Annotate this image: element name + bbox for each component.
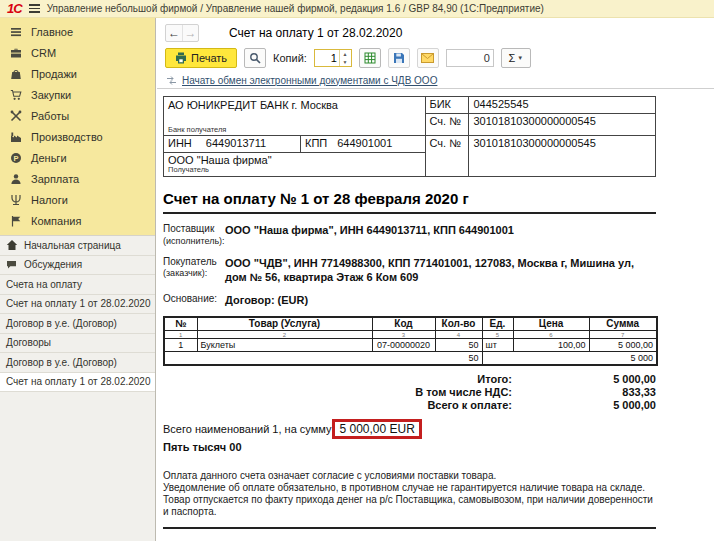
save-button[interactable] [388, 48, 410, 68]
sidebar-item-main[interactable]: Главное [0, 21, 155, 42]
sidebar-item-salary[interactable]: Зарплата [0, 168, 155, 189]
tab-home[interactable]: Начальная страница [0, 236, 155, 256]
totals-block: Итого: 5 000,00 В том числе НДС: 833,33 … [163, 373, 656, 412]
cart-icon [10, 89, 22, 101]
payee-caption: Получатель [168, 165, 209, 174]
kpp-value: 644901001 [337, 137, 392, 151]
col-number: 2 [197, 331, 372, 339]
col-number: 4 [435, 331, 482, 339]
kpp-label: КПП [305, 137, 327, 151]
heading-rule [163, 212, 656, 214]
main-area: ← → Счет на оплату 1 от 28.02.2020 Печат… [157, 18, 714, 541]
sidebar-item-company[interactable]: Компания [0, 210, 155, 231]
tab-discussions[interactable]: Обсуждения [0, 256, 155, 276]
inn-label: ИНН [168, 137, 192, 151]
app-window: 1С Управление небольшой фирмой / Управле… [0, 0, 714, 541]
sidebar-item-label: Компания [31, 215, 81, 227]
sidebar-item-purchases[interactable]: Закупки [0, 84, 155, 105]
copies-stepper[interactable]: ▲ ▼ [314, 49, 352, 67]
open-windows-list: Начальная страница Обсуждения Счета на о… [0, 235, 155, 392]
sidebar-item-label: Работы [31, 110, 69, 122]
footer-sum: 5 000 [482, 352, 657, 365]
invoice-heading: Счет на оплату № 1 от 28 февраля 2020 г [163, 190, 656, 207]
bik-value: 044525545 [469, 97, 655, 113]
floppy-save-icon [393, 52, 405, 64]
counter-field[interactable] [446, 49, 494, 67]
cell-qty: 50 [435, 339, 482, 352]
sidebar-item-label: Главное [31, 26, 73, 38]
account-value-1: 30101810300000000545 [469, 114, 655, 135]
sidebar: Главное CRM Продажи Закупки Работы Произ… [0, 18, 156, 541]
tab-label: Договор в у.е. (Договор) [6, 318, 117, 329]
total-value: 5 000,00 [512, 373, 656, 386]
home-icon [6, 239, 18, 251]
shopping-bag-icon [10, 68, 22, 80]
back-button[interactable]: ← [166, 25, 182, 41]
print-button-label: Печать [191, 52, 227, 64]
tab-invoices-list[interactable]: Счета на оплату [0, 275, 155, 295]
sidebar-item-label: Налоги [31, 194, 68, 206]
sidebar-item-works[interactable]: Работы [0, 105, 155, 126]
tab-contract-cu[interactable]: Договор в у.е. (Договор) [0, 314, 155, 334]
preview-button[interactable] [244, 48, 266, 68]
tab-label: Начальная страница [24, 240, 121, 251]
page-title: Счет на оплату 1 от 28.02.2020 [229, 26, 402, 40]
col-number: 6 [513, 331, 589, 339]
stepper-down-icon[interactable]: ▼ [340, 58, 350, 66]
col-header-sum: Сумма [589, 317, 657, 331]
chevron-down-icon: ▼ [517, 55, 523, 61]
grand-total-value: 5 000,00 [512, 399, 656, 412]
total-label: Итого: [163, 373, 512, 386]
main-menu-icon[interactable] [29, 4, 40, 13]
supplier-sublabel: (исполнитель): [163, 236, 225, 247]
edi-exchange-link[interactable]: Начать обмен электронными документами с … [182, 75, 437, 86]
amount-in-words: Пять тысяч 00 [163, 441, 656, 453]
titlebar: 1С Управление небольшой фирмой / Управле… [0, 0, 714, 18]
cell-sum: 5 000,00 [589, 339, 657, 352]
buyer-value: ООО "ЧДВ", ИНН 7714988300, КПП 771401001… [225, 256, 656, 285]
terms-line: Товар отпускается по факту прихода денег… [163, 494, 656, 518]
menu-icon [10, 26, 22, 38]
tab-contract-cu-2[interactable]: Договор в у.е. (Договор) [0, 353, 155, 373]
briefcase-icon [10, 47, 22, 59]
amount-prefix: Всего наименований 1, на сумму [163, 423, 331, 435]
bank-details-table: АО ЮНИКРЕДИТ БАНК г. Москва Банк получат… [163, 96, 656, 177]
sum-button[interactable]: Σ ▼ [501, 48, 531, 68]
account-value-2: 30101810300000000545 [469, 136, 655, 176]
magnifier-icon [249, 52, 261, 64]
sidebar-item-production[interactable]: Производство [0, 126, 155, 147]
cell-product: Буклеты [197, 339, 372, 352]
tab-label: Счет на оплату 1 от 28.02.2020 [6, 376, 150, 387]
print-button[interactable]: Печать [165, 48, 237, 68]
account-label-2: Сч. № [426, 136, 469, 176]
tab-invoice-print-active[interactable]: Счет на оплату 1 от 28.02.2020 [0, 373, 155, 393]
stepper-up-icon[interactable]: ▲ [340, 50, 350, 58]
signature-rule [163, 527, 656, 529]
chat-icon [6, 259, 18, 271]
window-title: Управление небольшой фирмой / Управление… [47, 3, 544, 14]
tab-contracts[interactable]: Договоры [0, 334, 155, 354]
cell-num: 1 [164, 339, 197, 352]
sidebar-item-label: Зарплата [31, 173, 79, 185]
sidebar-item-label: Производство [31, 131, 103, 143]
sidebar-item-money[interactable]: Р Деньги [0, 147, 155, 168]
sidebar-item-sales[interactable]: Продажи [0, 63, 155, 84]
col-number: 1 [164, 331, 197, 339]
tab-label: Счет на оплату 1 от 28.02.2020 [6, 298, 150, 309]
coin-icon: Р [10, 152, 22, 164]
stepper-arrows: ▲ ▼ [339, 50, 350, 66]
sidebar-item-taxes[interactable]: Налоги [0, 189, 155, 210]
forward-button[interactable]: → [182, 25, 198, 41]
bank-caption: Банк получателя [168, 125, 226, 134]
tab-invoice-1[interactable]: Счет на оплату 1 от 28.02.2020 [0, 295, 155, 315]
amount-highlight-box: 5 000,00 EUR [332, 419, 421, 439]
account-label-1: Сч. № [426, 114, 469, 135]
table-settings-button[interactable] [359, 48, 381, 68]
items-footer-row: 50 5 000 [164, 352, 657, 365]
sections-menu: Главное CRM Продажи Закупки Работы Произ… [0, 18, 155, 235]
toolbar: Печать Копий: ▲ ▼ [157, 44, 714, 72]
col-header-qty: Кол-во [435, 317, 482, 331]
sidebar-item-crm[interactable]: CRM [0, 42, 155, 63]
email-button[interactable] [417, 48, 439, 68]
copies-input[interactable] [315, 50, 339, 66]
